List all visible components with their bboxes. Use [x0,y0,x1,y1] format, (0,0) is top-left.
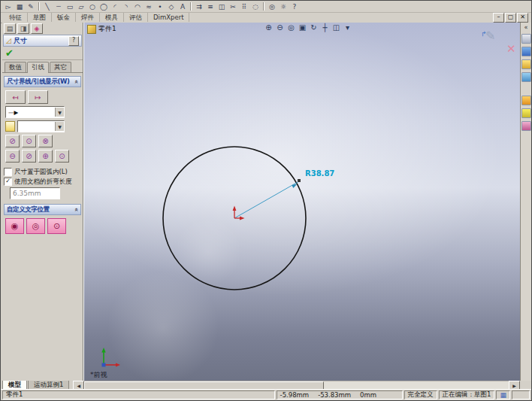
tab-weldments[interactable]: 焊件 [76,13,100,22]
exit-sketch-icon[interactable]: ✎ ↱ [485,29,495,43]
configuration-icon[interactable]: ◈ [31,23,43,34]
design-library-icon[interactable] [521,47,531,56]
tab-other[interactable]: 其它 [50,62,71,72]
help-icon[interactable]: ? [68,36,79,46]
radius-dimension-text[interactable]: R38.87 [305,169,334,178]
chevron-down-icon[interactable]: ▼ [55,122,64,131]
collapse-chevron-icon[interactable]: « [73,208,80,211]
text-style-combo[interactable]: ▼ [17,120,65,132]
dimension-handle[interactable] [298,179,301,182]
propertymanager-icon[interactable]: ◨ [17,23,29,34]
leaders-group-header[interactable]: 尺寸界线/引线显示(W) « [4,76,81,87]
text-position-group-body: ◉ ◎ ⊙ [4,215,81,235]
radius-display-option-7[interactable]: ⊙ [55,150,69,163]
document-window-controls: – ▢ ✕ [493,13,528,23]
spline-tool-icon[interactable]: ≈ [144,2,154,11]
polygon-tool-icon[interactable]: ◇ [166,2,177,11]
graphics-viewport[interactable]: 零件1 ⊕ ⊖ ◎ ▣ ↻ ┼ ◫ ▾ R38.87 [84,23,521,381]
sketch-status-icon: ▦ [500,391,506,399]
tab-value[interactable]: 数值 [5,62,26,72]
text-position-leader-button[interactable]: ◎ [26,218,45,234]
radius-display-option-3[interactable]: ⊗ [38,135,53,147]
circular-pattern-icon[interactable]: ◌ [250,2,261,11]
tab-leaders[interactable]: 引线 [27,62,49,73]
point-tool-icon[interactable]: • [155,2,165,11]
view-palette-icon[interactable] [521,96,531,105]
radius-display-option-5[interactable]: ⊘ [22,150,36,163]
close-icon[interactable]: ✕ [517,13,528,23]
arrow-inside-button[interactable]: ↦ [28,90,48,104]
rectangle-tool-icon[interactable]: ▭ [65,2,75,11]
quick-snaps-icon[interactable]: ◎ [267,2,277,11]
document-style-icon [5,121,15,132]
collapse-chevron-icon[interactable]: « [73,80,80,84]
grid-icon[interactable]: ▦ [14,2,25,11]
use-document-bend-length-label: 使用文档的折弯长度 [14,178,72,185]
tab-dimxpert[interactable]: DimXpert [148,13,189,22]
command-manager-tabs: 特征 草图 钣金 焊件 模具 评估 DimXpert – ▢ ✕ [1,12,531,23]
file-explorer-icon[interactable] [521,59,531,69]
circle-tool-icon[interactable]: ○ [87,2,98,11]
status-bar: 零件1 -5.98mm -53.83mm 0mm 完全定义 正在编辑：草图1 ▦ [1,389,531,400]
convert-entities-icon[interactable]: ⇉ [194,2,204,11]
bend-length-field[interactable]: 6.35mm [10,187,60,199]
radius-display-option-2[interactable]: ⊙ [22,135,36,147]
mirror-entities-icon[interactable]: ◫ [216,2,227,11]
line-tool-icon[interactable]: ╲ [42,2,53,11]
radius-display-option-4[interactable]: ⊖ [5,150,20,163]
tab-sketch[interactable]: 草图 [28,13,52,22]
tangent-arc-tool-icon[interactable]: ◝ [121,2,131,11]
search-icon[interactable] [521,72,531,82]
decals-icon[interactable] [521,121,531,131]
sketch-tool-icon[interactable]: ✎ [26,2,36,11]
trim-entities-icon[interactable]: ✂ [228,2,238,11]
linear-pattern-icon[interactable]: ⠿ [239,2,249,11]
dimension-leader-line[interactable] [234,181,299,218]
toolbar-separator [38,2,40,11]
sketch-origin[interactable] [233,206,245,220]
sketch-canvas[interactable]: R38.87 *前视 [84,23,521,381]
confirm-row: ✔ [2,47,83,60]
appearances-icon[interactable] [521,108,531,118]
dimension-icon: ◿ [6,37,11,44]
solidworks-resources-icon[interactable] [521,34,531,44]
centerline-tool-icon[interactable]: ┄ [53,2,64,11]
leaders-group-body: ↤ ↦ —▶ ▼ ▼ [4,87,81,164]
leader-style-combo[interactable]: —▶ ▼ [5,106,65,118]
leader-style-preview: —▶ [8,109,18,116]
coordinate-y: -53.83mm [318,391,351,399]
tab-sheet-metal[interactable]: 钣金 [52,13,76,22]
tab-features[interactable]: 特征 [4,13,28,22]
radius-display-option-6[interactable]: ⊕ [38,150,53,163]
three-point-arc-tool-icon[interactable]: ◠ [132,2,143,11]
restore-icon[interactable]: ▢ [505,13,516,23]
dimension-inside-arc-checkbox[interactable] [4,168,12,176]
status-coordinates: -5.98mm -53.83mm 0mm [277,390,403,399]
reference-triad [101,348,120,367]
select-tool-icon[interactable]: ▻ [3,2,14,11]
cancel-sketch-icon[interactable]: ✕ [506,42,516,56]
arrow-outside-button[interactable]: ↤ [5,90,26,104]
centerpoint-arc-tool-icon[interactable]: ◜ [110,2,120,11]
use-document-bend-length-checkbox[interactable]: ✓ [4,178,12,186]
ok-button[interactable]: ✔ [5,48,14,58]
chevron-down-icon[interactable]: ▼ [55,108,64,117]
tab-evaluate[interactable]: 评估 [124,13,148,22]
offset-entities-icon[interactable]: ≡ [205,2,216,11]
radius-display-option-1[interactable]: ⊘ [5,135,20,147]
options-icon[interactable]: ☼ [278,2,289,11]
tab-mold[interactable]: 模具 [100,13,124,22]
minimize-icon[interactable]: – [493,13,504,23]
parallelogram-tool-icon[interactable]: ▱ [76,2,86,11]
help-icon[interactable]: ? [289,2,300,11]
exit-sketch-arrow-icon: ↱ [481,30,487,38]
status-definition-state: 完全定义 [404,390,437,399]
text-tool-icon[interactable]: A [177,2,188,11]
text-position-group-header[interactable]: 自定义文字位置 « [4,204,81,215]
featuremanager-icon[interactable]: ▤ [4,23,16,34]
dimension-arrowhead [292,184,297,188]
task-pane-expand-icon[interactable]: « [524,25,528,31]
ellipse-tool-icon[interactable]: ◯ [98,2,109,11]
text-position-horizontal-button[interactable]: ⊙ [47,218,66,234]
text-position-broken-leader-button[interactable]: ◉ [5,218,24,234]
